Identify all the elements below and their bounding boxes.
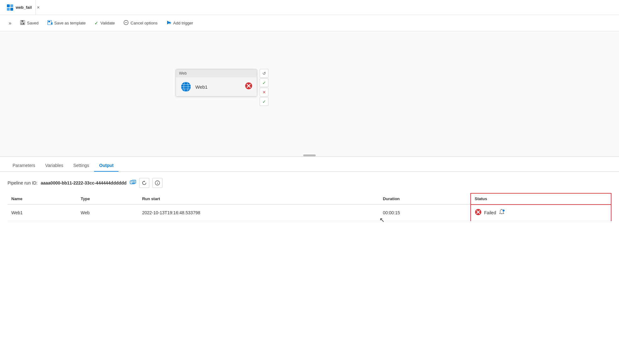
svg-rect-1 bbox=[10, 4, 13, 7]
cancel-icon bbox=[124, 20, 129, 26]
th-type: Type bbox=[77, 193, 138, 205]
td-name: Web1 bbox=[8, 205, 77, 221]
saved-button[interactable]: Saved bbox=[16, 18, 42, 29]
save-as-template-label: Save as template bbox=[54, 21, 86, 25]
node-action-check-bottom[interactable]: ✓ bbox=[260, 97, 268, 106]
td-type: Web bbox=[77, 205, 138, 221]
status-failed-icon bbox=[475, 209, 482, 217]
tab-output[interactable]: Output bbox=[94, 160, 119, 172]
td-run-start: 2022-10-13T19:16:48.533798 bbox=[138, 205, 379, 221]
svg-rect-16 bbox=[169, 23, 171, 23]
node-header: Web bbox=[176, 69, 257, 77]
save-template-icon bbox=[47, 20, 52, 26]
add-trigger-label: Add trigger bbox=[173, 21, 193, 25]
table-header: Name Type Run start Duration Status bbox=[8, 193, 611, 205]
pipeline-run-id: aaaa0000-bb11-2222-33cc-444444dddddd bbox=[41, 180, 127, 185]
svg-point-39 bbox=[503, 210, 505, 211]
th-duration: Duration bbox=[379, 193, 471, 205]
th-name: Name bbox=[8, 193, 77, 205]
th-run-start: Run start bbox=[138, 193, 379, 205]
add-trigger-button[interactable]: Add trigger bbox=[162, 18, 197, 29]
validate-label: Validate bbox=[100, 21, 115, 25]
save-icon bbox=[20, 20, 25, 26]
expand-button[interactable]: » bbox=[5, 18, 15, 28]
tab-parameters[interactable]: Parameters bbox=[8, 160, 40, 172]
cancel-options-button[interactable]: Cancel options bbox=[120, 18, 161, 29]
app-logo: web_fail bbox=[3, 0, 36, 15]
td-duration: 00:00:15 bbox=[379, 205, 471, 221]
svg-rect-5 bbox=[21, 20, 24, 22]
validate-button[interactable]: ✓ Validate bbox=[91, 18, 119, 29]
validate-icon: ✓ bbox=[94, 20, 98, 26]
status-failed-text: Failed bbox=[484, 210, 496, 215]
node-action-check[interactable]: ✓ bbox=[260, 78, 268, 87]
table-body: Web1 Web 2022-10-13T19:16:48.533798 00:0… bbox=[8, 205, 611, 221]
svg-rect-11 bbox=[51, 23, 52, 24]
node-action-refresh-top[interactable]: ↺ bbox=[260, 69, 268, 78]
globe-icon bbox=[180, 81, 192, 92]
cancel-options-label: Cancel options bbox=[130, 21, 157, 25]
th-status: Status bbox=[471, 193, 611, 205]
node-error-icon[interactable] bbox=[245, 82, 252, 91]
svg-text:i: i bbox=[157, 182, 158, 185]
toolbar: » Saved Save as template ✓ Validat bbox=[0, 15, 619, 31]
svg-rect-7 bbox=[22, 23, 23, 24]
td-status: Failed bbox=[471, 205, 611, 221]
tab-bar: web_fail ✕ bbox=[0, 0, 619, 15]
node-name: Web1 bbox=[195, 84, 241, 90]
canvas-resize-handle[interactable] bbox=[303, 154, 316, 156]
pipeline-run-row: Pipeline run ID: aaaa0000-bb11-2222-33cc… bbox=[8, 178, 611, 188]
pipeline-run-label: Pipeline run ID: bbox=[8, 180, 38, 185]
bottom-tabs: Parameters Variables Settings Output bbox=[0, 157, 619, 172]
canvas-area[interactable]: Web Web1 ↺ bbox=[0, 31, 619, 157]
output-panel: Pipeline run ID: aaaa0000-bb11-2222-33cc… bbox=[0, 172, 619, 227]
copy-run-id-icon[interactable] bbox=[130, 180, 136, 186]
tab-close-button[interactable]: ✕ bbox=[36, 5, 41, 10]
node-side-actions: ↺ ✓ ✕ ✓ bbox=[260, 69, 268, 106]
refresh-output-button[interactable] bbox=[139, 178, 149, 188]
info-button[interactable]: i bbox=[152, 178, 162, 188]
adf-logo-icon bbox=[6, 4, 14, 11]
save-as-template-button[interactable]: Save as template bbox=[44, 18, 89, 29]
svg-rect-0 bbox=[7, 4, 10, 7]
svg-rect-2 bbox=[7, 8, 10, 11]
status-cell: Failed bbox=[475, 209, 607, 217]
add-trigger-icon bbox=[166, 20, 171, 26]
svg-rect-3 bbox=[10, 8, 13, 11]
node-body: Web1 bbox=[176, 77, 257, 96]
tab-settings[interactable]: Settings bbox=[68, 160, 94, 172]
output-table: Name Type Run start Duration Status bbox=[8, 193, 611, 221]
pipeline-node[interactable]: Web Web1 bbox=[176, 69, 257, 96]
tab-title-text: web_fail bbox=[16, 5, 32, 10]
svg-rect-9 bbox=[48, 21, 50, 22]
tab-variables[interactable]: Variables bbox=[40, 160, 68, 172]
saved-label: Saved bbox=[27, 21, 39, 25]
status-bell-icon[interactable] bbox=[499, 209, 505, 216]
table-row: Web1 Web 2022-10-13T19:16:48.533798 00:0… bbox=[8, 205, 611, 221]
node-action-cross[interactable]: ✕ bbox=[260, 88, 268, 96]
